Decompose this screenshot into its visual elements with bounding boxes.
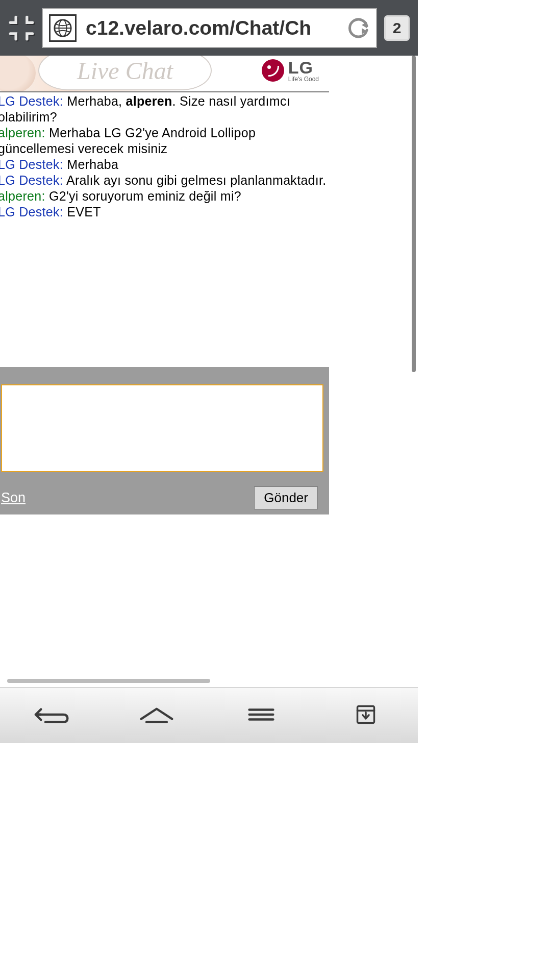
speaker-label: alperen: (0, 189, 45, 203)
home-button[interactable] (137, 701, 177, 730)
url-text: c12.velaro.com/Chat/Ch (86, 17, 338, 39)
chat-line: LG Destek: Merhaba, alperen. Size nasıl … (0, 93, 327, 125)
android-nav-bar (0, 687, 418, 743)
speaker-label: LG Destek: (0, 173, 63, 187)
lg-mark-icon (262, 59, 284, 82)
send-button[interactable]: Gönder (254, 486, 318, 509)
globe-icon (49, 14, 77, 42)
chat-line: LG Destek: EVET (0, 204, 327, 220)
live-chat-title-bubble: Live Chat (38, 56, 212, 90)
pull-down-button[interactable] (346, 701, 386, 730)
page-content: Live Chat LG Life's Good LG Destek: Merh… (0, 56, 418, 687)
end-chat-link[interactable]: Son (1, 490, 26, 506)
lg-logo: LG Life's Good (262, 59, 319, 82)
browser-chrome-bar: c12.velaro.com/Chat/Ch 2 (0, 0, 418, 56)
chat-transcript: LG Destek: Merhaba, alperen. Size nasıl … (0, 92, 327, 220)
lg-tagline: Life's Good (288, 76, 319, 82)
chat-message-input[interactable] (1, 384, 323, 472)
lg-brand-text: LG (288, 59, 319, 76)
tabs-button[interactable]: 2 (384, 15, 410, 41)
chat-input-panel: Son Gönder (0, 367, 329, 514)
speaker-label: LG Destek: (0, 157, 63, 172)
horizontal-scrollbar[interactable] (7, 679, 210, 683)
back-button[interactable] (32, 701, 72, 730)
chat-line: alperen: Merhaba LG G2'ye Android Lollip… (0, 125, 327, 157)
agent-avatar (0, 56, 36, 92)
speaker-label: LG Destek: (0, 94, 63, 108)
speaker-label: LG Destek: (0, 205, 63, 219)
chat-line: LG Destek: Merhaba (0, 157, 327, 173)
recent-apps-button[interactable] (241, 701, 281, 730)
tabs-count: 2 (393, 19, 402, 37)
chat-line: alperen: G2'yi soruyorum eminiz değil mi… (0, 188, 327, 204)
chat-line: LG Destek: Aralık ayı sonu gibi gelmesı … (0, 173, 327, 188)
address-bar[interactable]: c12.velaro.com/Chat/Ch (42, 8, 377, 48)
vertical-scrollbar[interactable] (412, 56, 416, 372)
live-chat-title: Live Chat (77, 57, 173, 85)
chat-header: Live Chat LG Life's Good (0, 56, 329, 92)
exit-fullscreen-icon[interactable] (8, 15, 35, 41)
speaker-label: alperen: (0, 126, 45, 140)
reload-icon[interactable] (347, 17, 370, 39)
